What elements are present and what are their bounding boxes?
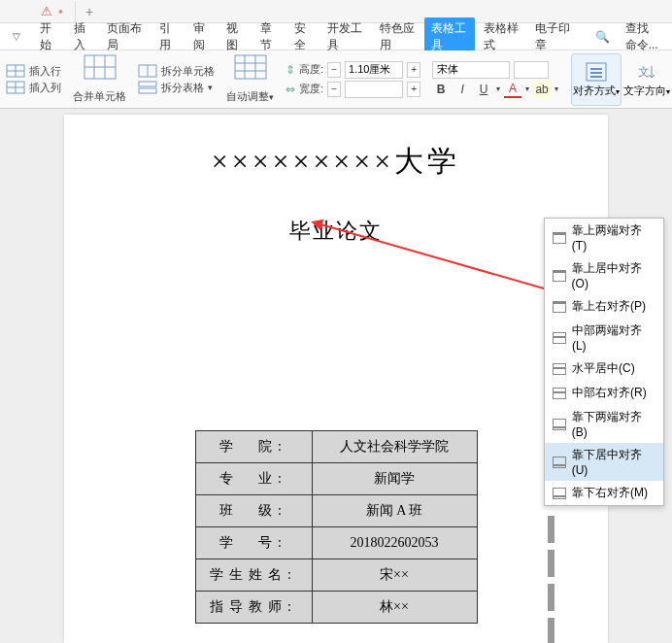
insert-col-label: 插入列 [29, 81, 61, 95]
svg-rect-12 [139, 82, 156, 86]
align-option[interactable]: 靠上右对齐(P) [545, 294, 663, 319]
align-option[interactable]: 靠上居中对齐(O) [545, 256, 663, 294]
app-menu-dropdown[interactable]: ▽ [6, 28, 27, 45]
align-option-icon [553, 270, 566, 282]
table-label-cell[interactable]: 专 业: [195, 463, 312, 495]
document-area: ×××××××××大学 毕业论文 学 院:人文社会科学学院专 业:新闻学班 级:… [0, 109, 672, 643]
autofit-icon [234, 54, 267, 87]
merge-cells-icon [84, 54, 117, 87]
insert-col-button[interactable]: 插入列 [6, 81, 61, 95]
table-label-cell[interactable]: 学生姓名: [195, 559, 312, 592]
width-dec[interactable]: − [327, 82, 341, 97]
form-table[interactable]: 学 院:人文社会科学学院专 业:新闻学班 级:新闻 A 班学 号:2018022… [195, 430, 478, 624]
align-option-icon [553, 232, 566, 244]
table-value-cell[interactable]: 林×× [312, 592, 477, 624]
insert-row-label: 插入行 [29, 64, 61, 79]
align-option-label: 靠下两端对齐(B) [572, 409, 655, 439]
svg-text:文: 文 [638, 65, 650, 79]
align-dropdown-menu: 靠上两端对齐(T)靠上居中对齐(O)靠上右对齐(P)中部两端对齐(L)水平居中(… [544, 218, 664, 506]
underline-button[interactable]: U [475, 81, 492, 98]
page-subtitle: 毕业论文 [103, 217, 569, 246]
table-label-cell[interactable]: 学 院: [195, 431, 312, 463]
height-dec[interactable]: − [327, 62, 341, 78]
table-label-cell[interactable]: 学 号: [195, 527, 312, 559]
align-label: 对齐方式▾ [573, 84, 620, 98]
height-inc[interactable]: + [407, 62, 420, 78]
table-row[interactable]: 学 院:人文社会科学学院 [195, 431, 477, 463]
align-option[interactable]: 中部两端对齐(L) [545, 319, 663, 356]
document-page[interactable]: ×××××××××大学 毕业论文 学 院:人文社会科学学院专 业:新闻学班 级:… [64, 115, 608, 643]
table-value-cell[interactable]: 新闻学 [312, 463, 477, 495]
svg-rect-14 [235, 55, 266, 79]
textdir-icon: 文 [636, 62, 657, 82]
textdir-label: 文字方向▾ [623, 84, 670, 98]
align-option-label: 靠上两端对齐(T) [572, 222, 655, 253]
align-option[interactable]: 靠下居中对齐(U) [545, 443, 663, 481]
search-icon: 🔍 [588, 27, 617, 47]
align-option[interactable]: 中部右对齐(R) [545, 381, 663, 405]
highlight-button[interactable]: ab [533, 81, 551, 98]
align-option-icon [553, 388, 566, 399]
table-label-cell[interactable]: 指导教师: [195, 592, 312, 624]
align-option-label: 水平居中(C) [572, 360, 635, 377]
menu-bar: ▽ 开始 插入 页面布局 引用 审阅 视图 章节 安全 开发工具 特色应用 表格… [0, 23, 672, 51]
font-color-button[interactable]: A [504, 81, 521, 98]
autofit-button[interactable]: 自动调整▾ [226, 89, 274, 104]
table-row[interactable]: 学 号:2018022602053 [195, 527, 477, 559]
align-option-icon [553, 419, 566, 430]
width-input[interactable] [345, 81, 403, 98]
align-option[interactable]: 靠下两端对齐(B) [545, 405, 663, 443]
align-option-icon [553, 301, 566, 313]
align-icon [586, 62, 607, 82]
align-option-label: 靠下右对齐(M) [572, 485, 648, 501]
table-row[interactable]: 班 级:新闻 A 班 [195, 495, 477, 527]
align-option-label: 靠下居中对齐(U) [572, 447, 655, 477]
table-row[interactable]: 专 业:新闻学 [195, 463, 477, 495]
align-option-icon [553, 457, 566, 468]
width-inc[interactable]: + [407, 82, 420, 97]
height-icon: ⇕ [286, 63, 295, 77]
align-option-label: 靠上居中对齐(O) [572, 260, 655, 290]
split-table-label: 拆分表格 [161, 81, 204, 95]
align-option-label: 靠上右对齐(P) [572, 298, 646, 315]
split-cells-label: 拆分单元格 [161, 64, 215, 79]
split-cells-button[interactable]: 拆分单元格 [138, 64, 215, 79]
insert-row-button[interactable]: 插入行 [6, 64, 61, 79]
align-option[interactable]: 靠下右对齐(M) [545, 481, 663, 505]
svg-rect-13 [139, 88, 156, 93]
align-option[interactable]: 水平居中(C) [545, 356, 663, 381]
bold-button[interactable]: B [432, 81, 450, 98]
align-option-label: 中部两端对齐(L) [572, 322, 655, 353]
page-title: ×××××××××大学 [103, 142, 569, 182]
italic-button[interactable]: I [454, 81, 471, 98]
align-dropdown-button[interactable]: 对齐方式▾ [571, 53, 622, 106]
align-option-icon [553, 488, 566, 499]
font-name-select[interactable] [432, 61, 510, 79]
align-option-icon [553, 332, 566, 344]
table-value-cell[interactable]: 宋×× [312, 559, 477, 592]
align-option[interactable]: 靠上两端对齐(T) [545, 219, 663, 256]
table-row[interactable]: 学生姓名:宋×× [195, 559, 477, 592]
ribbon: 插入行 插入列 合并单元格 拆分单元格 拆分表格▾ 自动调整▾ ⇕ 高度: − … [0, 51, 672, 109]
width-icon: ⇔ [286, 83, 295, 96]
split-table-button[interactable]: 拆分表格▾ [138, 81, 215, 95]
table-value-cell[interactable]: 新闻 A 班 [312, 495, 477, 527]
font-size-select[interactable] [514, 61, 549, 79]
table-value-cell[interactable]: 人文社会科学学院 [312, 431, 477, 463]
merge-cells-button[interactable]: 合并单元格 [73, 89, 126, 104]
textdir-dropdown-button[interactable]: 文 文字方向▾ [622, 53, 672, 106]
table-row[interactable]: 指导教师:林×× [195, 592, 477, 624]
height-label: 高度: [299, 62, 323, 77]
table-value-cell[interactable]: 2018022602053 [312, 527, 477, 559]
align-option-label: 中部右对齐(R) [572, 385, 647, 401]
align-option-icon [553, 363, 566, 375]
height-input[interactable] [345, 61, 403, 79]
table-label-cell[interactable]: 班 级: [195, 495, 312, 527]
width-label: 宽度: [299, 82, 323, 96]
